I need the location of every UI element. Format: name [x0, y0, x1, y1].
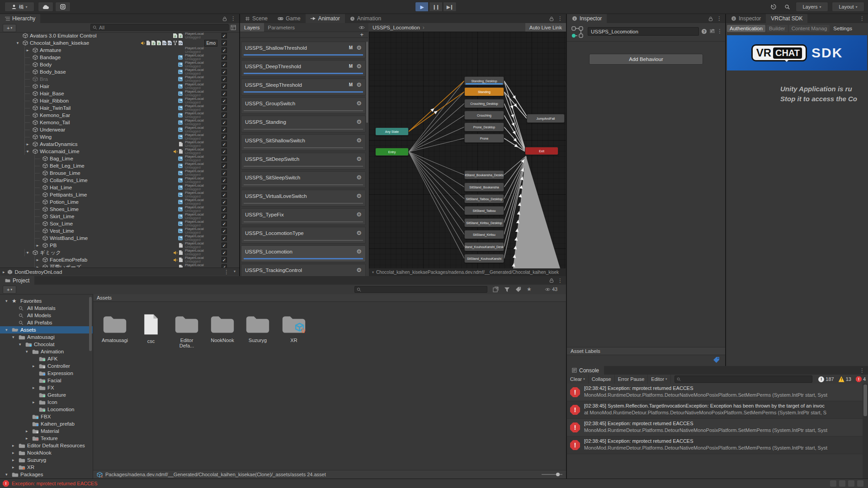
collab-badge-button[interactable]	[55, 2, 71, 12]
kebab-menu-icon[interactable]: ⋮	[557, 278, 563, 283]
active-checkbox[interactable]: ✓	[222, 206, 227, 212]
asset-tile-xr[interactable]: {}XR	[279, 314, 308, 343]
eye-icon[interactable]	[359, 25, 365, 30]
hierarchy-row[interactable]: Hair_RibbonPlayerLocalUntagged✓	[0, 97, 239, 104]
active-checkbox[interactable]: ✓	[222, 170, 227, 176]
editor-dropdown[interactable]: Editor▾	[648, 375, 670, 384]
gear-icon[interactable]: ⚙	[356, 192, 362, 199]
expand-arrow-icon[interactable]: ▸	[35, 243, 40, 248]
project-tree-item-fbx[interactable]: FBX	[0, 413, 93, 420]
hierarchy-row[interactable]: BodyPlayerLocalUntagged✓	[0, 61, 239, 68]
hierarchy-row[interactable]: Brouse_LimePlayerLocalUntagged✓	[0, 169, 239, 177]
add-layer-button[interactable]: +	[360, 31, 363, 38]
faceemo-badge[interactable]: Emo	[204, 40, 217, 47]
animator-layer-item[interactable]: USSPS_SitDeepSwitch⚙	[241, 153, 366, 169]
project-tree-item-afk[interactable]: AFK	[0, 355, 93, 362]
vrc-subtab-builder[interactable]: Builder	[766, 25, 788, 32]
layers-scrollbar[interactable]	[366, 42, 368, 123]
project-tree-item-amatousagi[interactable]: ▾Amatousagi	[0, 333, 93, 341]
hierarchy-row[interactable]: ▾Chocolat_kaihen_kisekae##C#C#C#Emo✓	[0, 39, 239, 47]
activity-icon-2[interactable]	[839, 480, 845, 487]
expand-arrow-icon[interactable]: ▸	[12, 443, 14, 448]
active-checkbox[interactable]: ✓	[222, 55, 227, 60]
state-node-sitstand-kouhoukanshi[interactable]: SitStand_KouhouKanshi	[464, 254, 504, 263]
play-button[interactable]: ▶	[415, 2, 429, 12]
animator-layer-item[interactable]: USSPS_GroupSwitch⚙	[241, 97, 366, 114]
expand-arrow-icon[interactable]: ▸	[33, 364, 35, 368]
state-node-standing[interactable]: Standing	[464, 87, 504, 96]
asset-tile-csc[interactable]: csc	[137, 314, 165, 344]
active-checkbox[interactable]: ✓	[222, 243, 227, 248]
hierarchy-row[interactable]: Pettipants_LimePlayerLocalUntagged✓	[0, 191, 239, 198]
pause-button[interactable]: ❙❙	[429, 2, 443, 12]
expand-arrow-icon[interactable]: ▾	[5, 299, 8, 303]
project-tree-item-packages[interactable]: ▾Packages	[0, 471, 93, 478]
console-search-input[interactable]	[675, 375, 813, 383]
kebab-menu-icon[interactable]: ⋮	[231, 16, 236, 21]
add-behaviour-button[interactable]: Add Behaviour	[589, 54, 703, 65]
animator-layer-item[interactable]: USSPS_VirtualLoveSwitch⚙	[241, 190, 366, 206]
cloud-services-button[interactable]	[38, 2, 53, 12]
active-checkbox[interactable]: ✓	[222, 98, 227, 103]
hierarchy-row[interactable]: WingPlayerLocalUntagged✓	[0, 133, 239, 141]
active-checkbox[interactable]: ✓	[222, 47, 227, 53]
active-checkbox[interactable]: ✓	[222, 235, 227, 241]
hierarchy-row[interactable]: BandagePlayerLocalUntagged✓	[0, 54, 239, 61]
favorites-star-icon[interactable]: ★	[527, 286, 532, 292]
asset-tile-editor-defa-[interactable]: Editor Defa...	[172, 314, 201, 348]
project-tree-item-locomotion[interactable]: Locomotion	[0, 406, 93, 413]
lock-icon[interactable]	[708, 16, 713, 21]
kebab-menu-icon[interactable]: ⋮	[859, 368, 865, 373]
active-checkbox[interactable]: ✓	[222, 250, 227, 255]
step-button[interactable]: ▶❙	[443, 2, 457, 12]
tab-game[interactable]: Game	[273, 14, 306, 23]
active-checkbox[interactable]: ✓	[222, 156, 227, 161]
project-tree-item-xr[interactable]: ▸XR	[0, 464, 93, 471]
gear-icon[interactable]: ⚙	[356, 44, 362, 51]
project-tree-scrollbar[interactable]	[89, 297, 92, 351]
error-pause-toggle[interactable]: Error Pause	[615, 375, 648, 384]
project-tree-item-nooknook[interactable]: ▸NookNook	[0, 449, 93, 456]
state-node-any-state[interactable]: Any State	[375, 127, 409, 136]
hierarchy-row[interactable]: Shoes_LimePlayerLocalUntagged✓	[0, 206, 239, 213]
layers-dropdown[interactable]: Layers ▾	[796, 2, 828, 12]
gear-icon[interactable]: ⚙	[356, 230, 362, 236]
console-log-entry[interactable]: ![02:38:45] System.Reflection.TargetInvo…	[567, 401, 863, 419]
tab-vrchat-sdk[interactable]: VRChat SDK	[766, 14, 807, 23]
hierarchy-row[interactable]: ▾Wiccamaid_LimePlayerLocalUntagged✓	[0, 148, 239, 155]
gear-icon[interactable]: ⚙	[356, 174, 362, 181]
gear-icon[interactable]: ⚙	[356, 118, 362, 125]
tab-scene[interactable]: Scene	[240, 14, 273, 23]
active-checkbox[interactable]: ✓	[222, 163, 227, 169]
active-checkbox[interactable]: ✓	[222, 40, 227, 46]
state-node-sitstand-taibou-desktop[interactable]: SitStand_Taibou_Desktop	[464, 194, 504, 203]
hierarchy-row[interactable]: Hair_BasePlayerLocalUntagged✓	[0, 90, 239, 97]
console-log-entry[interactable]: ![02:38:42] Exception: mprotect returned…	[567, 384, 863, 401]
project-tree-item-facial[interactable]: Facial	[0, 377, 93, 384]
open-asset-icon[interactable]	[493, 286, 499, 292]
animator-layer-item[interactable]: USSPS_SitSleepSwitch⚙	[241, 171, 366, 188]
state-node-standing-desktop[interactable]: Standing_Desktop	[464, 76, 504, 85]
hierarchy-row[interactable]: UnderwearPlayerLocalUntagged✓	[0, 126, 239, 133]
undo-history-button[interactable]	[768, 2, 779, 12]
project-tree-item-chocolat[interactable]: ▾Chocolat	[0, 341, 93, 348]
state-node-prone-desktop[interactable]: Prone_Desktop	[464, 122, 504, 131]
info-count-badge[interactable]: !187	[816, 376, 836, 382]
project-tree-item-fx[interactable]: ▸FX	[0, 384, 93, 391]
active-checkbox[interactable]: ✓	[222, 178, 227, 183]
tab-hierarchy[interactable]: Hierarchy	[0, 14, 40, 23]
project-tree-item-all-prefabs[interactable]: All Prefabs	[0, 319, 93, 326]
subtab-parameters[interactable]: Parameters	[264, 23, 299, 32]
hierarchy-row[interactable]: Skirt_LimePlayerLocalUntagged✓	[0, 213, 239, 220]
active-checkbox[interactable]: ✓	[222, 105, 227, 111]
active-checkbox[interactable]: ✓	[222, 76, 227, 82]
gear-icon[interactable]: ⚙	[356, 137, 362, 144]
active-checkbox[interactable]: ✓	[222, 33, 227, 38]
hierarchy-row[interactable]: Sox_LimePlayerLocalUntagged✓	[0, 220, 239, 227]
asset-label-tag-icon[interactable]	[713, 357, 720, 363]
help-icon[interactable]: ?	[701, 28, 707, 34]
asset-labels-header[interactable]: Asset Labels	[567, 347, 725, 355]
gear-icon[interactable]: ⚙	[356, 211, 362, 218]
hierarchy-row[interactable]: WristBand_LimePlayerLocalUntagged✓	[0, 235, 239, 242]
tab-inspector[interactable]: i Inspector	[567, 14, 607, 23]
